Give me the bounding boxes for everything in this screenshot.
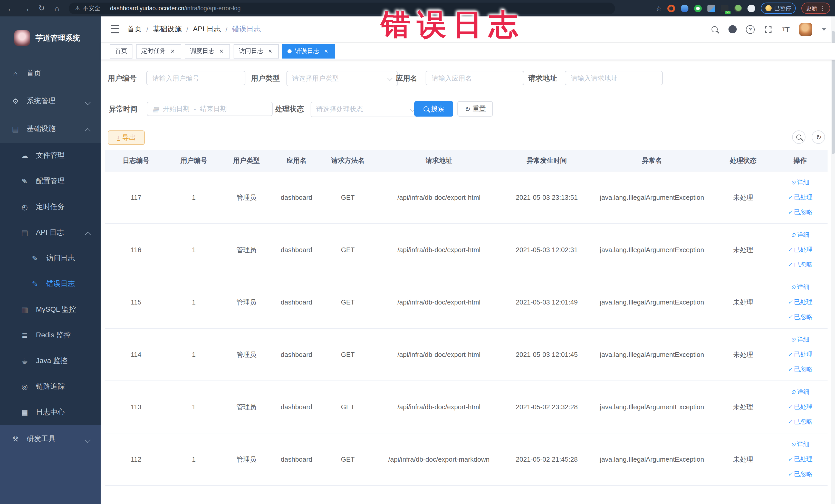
help-icon[interactable]: ? (746, 25, 755, 34)
sidebar-item-system[interactable]: ⚙ 系统管理 (0, 87, 101, 115)
app-logo-row[interactable]: 芋道管理系统 (0, 16, 101, 60)
request-url-input[interactable] (565, 71, 663, 85)
ext-orange-icon[interactable] (667, 4, 675, 12)
sidebar-item-error-log[interactable]: ✎ 错误日志 (0, 271, 101, 297)
tab-close-icon[interactable]: × (218, 48, 225, 55)
action-icon: ⊙ (791, 332, 795, 347)
cell-app-name: dashboard (272, 433, 321, 485)
breadcrumb-home[interactable]: 首页 (127, 25, 142, 34)
toggle-search-button[interactable] (792, 130, 806, 144)
breadcrumb: 首页 / 基础设施 / API 日志 / 错误日志 (127, 25, 261, 34)
sidebar-item-files[interactable]: ☁ 文件管理 (0, 143, 101, 168)
process-status-select[interactable]: 请选择处理状态 (311, 102, 421, 117)
user-id-input[interactable] (146, 71, 245, 85)
range-separator: - (194, 105, 196, 113)
browser-menu-icon[interactable]: ⋮ (820, 5, 826, 12)
column-header: 操作 (773, 150, 828, 171)
refresh-table-button[interactable]: ↻ (812, 130, 825, 144)
sidebar-item-access-log[interactable]: ✎ 访问日志 (0, 245, 101, 271)
reset-button[interactable]: ↻ 重置 (457, 101, 493, 117)
action-detail[interactable]: ⊙ 详细 (791, 280, 809, 295)
action-detail[interactable]: ⊙ 详细 (791, 332, 809, 347)
action-processed[interactable]: ✓ 已处理 (788, 190, 812, 205)
avatar[interactable] (799, 23, 812, 36)
sidebar-item-tracing[interactable]: ◎ 链路追踪 (0, 374, 101, 400)
tab-job[interactable]: 定时任务 × (136, 44, 181, 58)
action-processed[interactable]: ✓ 已处理 (788, 295, 812, 310)
sidebar-item-java[interactable]: ☕ Java 监控 (0, 348, 101, 374)
tab-error-log[interactable]: 错误日志 × (282, 44, 335, 58)
export-button[interactable]: ↓ 导出 (108, 130, 145, 145)
sidebar-item-infra[interactable]: ▤ 基础设施 (0, 115, 101, 143)
font-size-icon[interactable]: TT (781, 25, 791, 34)
menu-item-label: Redis 监控 (36, 331, 70, 340)
action-ignored[interactable]: ✓ 已忽略 (788, 467, 812, 482)
sidebar-item-mysql[interactable]: ▦ MySQL 监控 (0, 297, 101, 322)
hamburger-icon[interactable] (111, 25, 119, 33)
breadcrumb-api-log[interactable]: API 日志 (193, 25, 221, 34)
action-processed[interactable]: ✓ 已处理 (788, 452, 812, 467)
action-ignored[interactable]: ✓ 已忽略 (788, 310, 812, 324)
user-menu-caret-icon[interactable] (822, 28, 826, 31)
insecure-label: 不安全 (83, 4, 100, 12)
reload-icon[interactable]: ↻ (34, 4, 49, 13)
ext-puzzle-icon[interactable] (748, 4, 755, 12)
cell-user-id: 1 (167, 433, 221, 485)
ext-green-circle-icon[interactable] (694, 4, 702, 12)
paused-extension-chip[interactable]: 已暂停 (761, 3, 796, 14)
sidebar-item-api-log[interactable]: ▤ API 日志 (0, 220, 101, 245)
tab-close-icon[interactable]: × (322, 48, 330, 55)
error-log-table: 日志编号用户编号用户类型应用名请求方法名请求地址异常发生时间异常名处理状态操作 … (105, 150, 828, 486)
breadcrumb-infra[interactable]: 基础设施 (153, 25, 182, 34)
action-processed[interactable]: ✓ 已处理 (788, 400, 812, 415)
column-header: 应用名 (272, 150, 321, 171)
action-ignored[interactable]: ✓ 已忽略 (788, 257, 812, 272)
tab-close-icon[interactable]: × (169, 48, 176, 55)
action-detail[interactable]: ⊙ 详细 (791, 175, 809, 190)
action-detail[interactable]: ⊙ 详细 (791, 227, 809, 242)
action-detail[interactable]: ⊙ 详细 (791, 385, 809, 400)
address-bar[interactable]: ⚠ 不安全 dashboard.yudao.iocoder.cn/infra/l… (69, 2, 615, 14)
update-browser-button[interactable]: 更新 ⋮ (801, 3, 830, 14)
cell-request-url: /api/infra/db-doc/export-html (375, 224, 503, 276)
github-icon[interactable] (728, 25, 737, 34)
column-header: 日志编号 (105, 150, 167, 171)
sidebar-item-redis[interactable]: ≣ Redis 监控 (0, 322, 101, 348)
action-detail[interactable]: ⊙ 详细 (791, 437, 809, 452)
user-type-select[interactable]: 请选择用户类型 (286, 71, 398, 86)
ext-blue-shield-icon[interactable] (681, 4, 688, 12)
download-icon: ↓ (117, 135, 120, 140)
sidebar-item-home[interactable]: ⌂ 首页 (0, 60, 101, 87)
action-ignored[interactable]: ✓ 已忽略 (788, 362, 812, 377)
action-ignored[interactable]: ✓ 已忽略 (788, 205, 812, 220)
ext-dark-icon[interactable]: on (721, 4, 729, 12)
sidebar-item-job[interactable]: ◴ 定时任务 (0, 194, 101, 220)
tab-close-icon[interactable]: × (266, 48, 273, 55)
action-processed[interactable]: ✓ 已处理 (788, 242, 812, 257)
ext-sprout-icon[interactable] (734, 4, 742, 12)
search-button[interactable]: 搜索 (414, 101, 453, 117)
ext-grid-icon[interactable] (708, 4, 715, 12)
sidebar-item-config[interactable]: ✎ 配置管理 (0, 168, 101, 194)
sidebar-item-dev-tools[interactable]: ⚒ 研发工具 (0, 425, 101, 453)
app-name-input[interactable] (426, 71, 524, 85)
menu-item-label: 系统管理 (27, 97, 56, 106)
cell-log-id: 112 (105, 433, 167, 485)
tab-home[interactable]: 首页 × (110, 44, 133, 58)
bookmark-star-icon[interactable]: ☆ (656, 4, 662, 12)
top-navbar: 首页 / 基础设施 / API 日志 / 错误日志 ? TT (101, 16, 835, 43)
emoji-face-icon (766, 5, 772, 11)
action-ignored[interactable]: ✓ 已忽略 (788, 415, 812, 429)
sidebar-item-log-center[interactable]: ▤ 日志中心 (0, 400, 101, 425)
exception-time-range-picker[interactable]: ▦ 开始日期 - 结束日期 (147, 102, 272, 116)
forward-icon[interactable]: → (19, 4, 34, 13)
tab-access-log[interactable]: 访问日志 × (233, 44, 279, 58)
action-processed[interactable]: ✓ 已处理 (788, 347, 812, 362)
search-icon[interactable] (710, 25, 719, 34)
back-icon[interactable]: ← (3, 4, 19, 13)
action-label: 详细 (797, 227, 809, 242)
column-header: 请求地址 (375, 150, 503, 171)
fullscreen-icon[interactable] (763, 25, 773, 34)
home-icon[interactable]: ⌂ (49, 4, 65, 13)
tab-job-log[interactable]: 调度日志 × (185, 44, 230, 58)
